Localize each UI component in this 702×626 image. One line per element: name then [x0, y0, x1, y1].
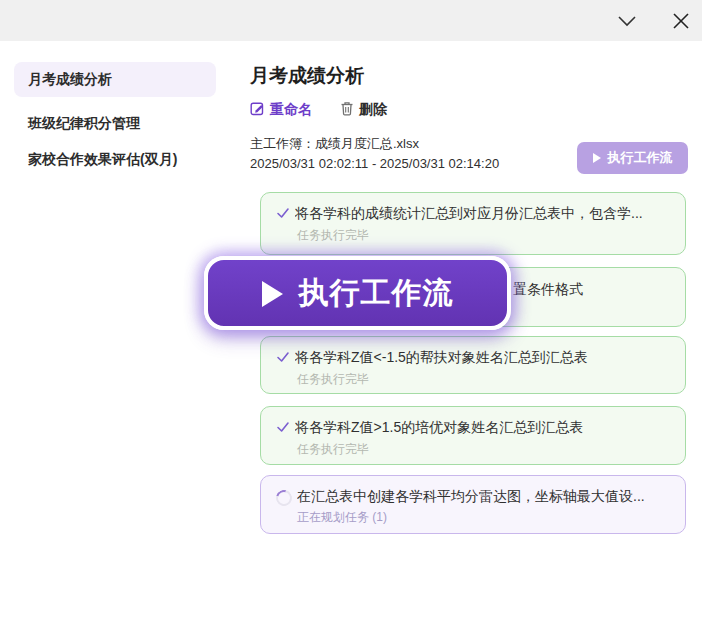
- window-titlebar: [0, 0, 702, 41]
- play-icon: [593, 153, 601, 163]
- run-workflow-overlay-label: 执行工作流: [299, 273, 454, 314]
- sidebar-item-label: 家校合作效果评估(双月): [28, 151, 177, 169]
- task-text: 将各学科Z值<-1.5的帮扶对象姓名汇总到汇总表: [295, 348, 588, 367]
- run-workflow-button[interactable]: 执行工作流: [577, 142, 688, 174]
- task-text: 将各学科的成绩统计汇总到对应月份汇总表中，包含学...: [295, 204, 643, 223]
- check-icon: [276, 206, 290, 224]
- trash-icon: [340, 101, 354, 119]
- task-card[interactable]: 将各学科Z值>1.5的培优对象姓名汇总到汇总表 任务执行完毕: [260, 406, 686, 465]
- main-workbook-label: 主工作簿：成绩月度汇总.xlsx: [250, 135, 419, 153]
- close-icon[interactable]: [669, 10, 693, 32]
- task-status: 任务执行完毕: [297, 441, 669, 457]
- task-text-fragment: 置条件格式: [513, 281, 583, 299]
- action-row: 重命名 删除: [250, 100, 387, 120]
- task-text: 将各学科Z值>1.5的培优对象姓名汇总到汇总表: [295, 418, 583, 437]
- rename-label: 重命名: [270, 101, 312, 119]
- chevron-down-icon[interactable]: [615, 10, 639, 32]
- task-status: 正在规划任务 (1): [297, 509, 669, 525]
- sidebar-item-monthly-exam-analysis[interactable]: 月考成绩分析: [14, 62, 216, 97]
- check-icon: [276, 350, 290, 368]
- delete-label: 删除: [359, 101, 387, 119]
- run-workflow-label: 执行工作流: [608, 149, 673, 167]
- sidebar-item-class-discipline-points[interactable]: 班级纪律积分管理: [14, 112, 216, 136]
- task-card[interactable]: 在汇总表中创建各学科平均分雷达图，坐标轴最大值设... 正在规划任务 (1): [260, 475, 686, 534]
- delete-button[interactable]: 删除: [340, 101, 387, 119]
- spinner-icon: [273, 487, 295, 509]
- sidebar-item-home-school-evaluation[interactable]: 家校合作效果评估(双月): [14, 148, 216, 172]
- sidebar-item-label: 班级纪律积分管理: [28, 115, 140, 133]
- sidebar-item-label: 月考成绩分析: [28, 71, 112, 89]
- page-title: 月考成绩分析: [250, 63, 364, 89]
- time-range: 2025/03/31 02:02:11 - 2025/03/31 02:14:2…: [250, 155, 499, 173]
- task-text: 在汇总表中创建各学科平均分雷达图，坐标轴最大值设...: [297, 487, 645, 506]
- task-status: 任务执行完毕: [297, 371, 669, 387]
- play-icon: [262, 281, 283, 307]
- task-card[interactable]: 将各学科Z值<-1.5的帮扶对象姓名汇总到汇总表 任务执行完毕: [260, 336, 686, 394]
- check-icon: [276, 420, 290, 438]
- edit-icon: [250, 101, 265, 119]
- rename-button[interactable]: 重命名: [250, 101, 312, 119]
- task-status: 任务执行完毕: [297, 227, 669, 243]
- task-card[interactable]: 将各学科的成绩统计汇总到对应月份汇总表中，包含学... 任务执行完毕: [260, 192, 686, 255]
- run-workflow-overlay-button[interactable]: 执行工作流: [204, 256, 511, 330]
